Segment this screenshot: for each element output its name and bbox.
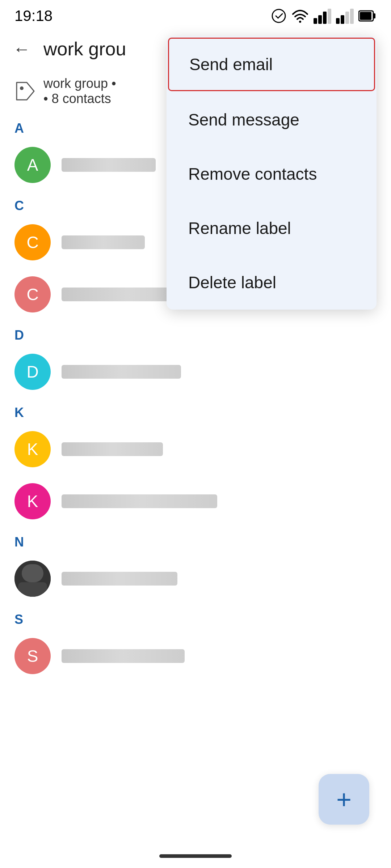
avatar-photo xyxy=(14,561,51,597)
contact-name xyxy=(62,235,145,249)
svg-rect-5 xyxy=(328,9,331,24)
section-header-k: K xyxy=(0,398,391,423)
svg-rect-11 xyxy=(373,13,375,18)
status-bar: 19:18 xyxy=(0,0,391,29)
contact-name xyxy=(62,442,163,456)
nav-indicator xyxy=(159,854,232,858)
svg-rect-15 xyxy=(22,564,43,582)
task-icon xyxy=(271,8,287,24)
status-time: 19:18 xyxy=(14,7,52,25)
list-item[interactable]: K xyxy=(0,475,391,527)
avatar: C xyxy=(14,276,51,312)
svg-rect-16 xyxy=(18,582,47,597)
contact-name xyxy=(62,494,217,508)
section-header-n: N xyxy=(0,527,391,553)
contact-name xyxy=(62,572,177,586)
battery-icon xyxy=(358,9,377,22)
avatar: S xyxy=(14,638,51,674)
list-item[interactable] xyxy=(0,553,391,605)
signal2-icon xyxy=(336,8,354,24)
menu-item-rename-label[interactable]: Rename label xyxy=(167,201,377,255)
wifi-icon xyxy=(291,9,309,23)
contact-name xyxy=(62,158,156,172)
status-icons xyxy=(271,8,377,24)
svg-rect-8 xyxy=(345,12,349,24)
add-fab-button[interactable]: + xyxy=(319,774,369,825)
contact-name xyxy=(62,649,185,663)
list-item[interactable]: D xyxy=(0,346,391,398)
back-button[interactable]: ← xyxy=(7,34,36,63)
svg-rect-2 xyxy=(314,18,317,24)
svg-rect-9 xyxy=(350,9,354,24)
svg-point-1 xyxy=(299,21,301,23)
svg-rect-4 xyxy=(323,12,327,24)
avatar: C xyxy=(14,224,51,260)
svg-rect-12 xyxy=(360,12,371,20)
label-icon xyxy=(14,80,36,102)
section-header-d: D xyxy=(0,320,391,346)
menu-item-delete-label[interactable]: Delete label xyxy=(167,255,377,310)
svg-rect-7 xyxy=(341,15,344,24)
avatar: A xyxy=(14,147,51,183)
menu-item-remove-contacts[interactable]: Remove contacts xyxy=(167,147,377,201)
signal-icon xyxy=(314,8,332,24)
avatar: K xyxy=(14,431,51,467)
svg-point-0 xyxy=(272,9,285,22)
svg-point-13 xyxy=(20,86,24,90)
label-text: work group • • 8 contacts xyxy=(43,76,116,106)
menu-item-send-email[interactable]: Send email xyxy=(168,38,375,91)
svg-rect-6 xyxy=(336,18,340,24)
section-header-s: S xyxy=(0,605,391,630)
menu-item-send-message[interactable]: Send message xyxy=(167,93,377,147)
list-item[interactable]: S xyxy=(0,630,391,682)
back-arrow-icon: ← xyxy=(13,39,30,59)
add-icon: + xyxy=(336,784,352,814)
avatar: K xyxy=(14,483,51,519)
avatar: D xyxy=(14,354,51,390)
svg-rect-3 xyxy=(318,15,322,24)
context-menu: Send email Send message Remove contacts … xyxy=(167,36,377,310)
list-item[interactable]: K xyxy=(0,423,391,475)
page-title: work grou xyxy=(43,38,126,60)
contact-name xyxy=(62,365,181,379)
